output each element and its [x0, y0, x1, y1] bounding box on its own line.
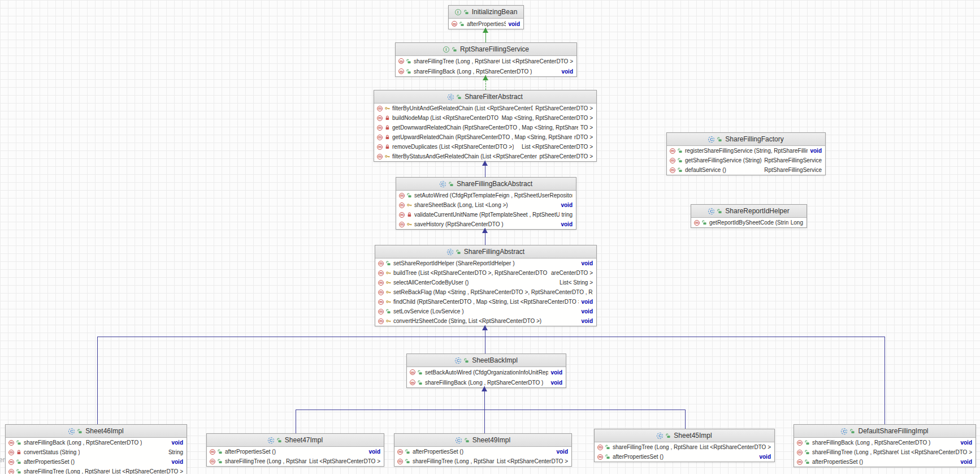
class-header[interactable]: CSheet47Impl [207, 434, 384, 447]
method-signature: setShareReportIdHelper (ShareReportIdHel… [393, 260, 515, 266]
method-row[interactable]: msetAutoWired (CfdgRptTemplateFeign , Rp… [396, 191, 576, 200]
method-row[interactable]: mvalidateCurrentUnitName (RptTemplateShe… [396, 210, 576, 219]
unlock-icon [678, 167, 683, 173]
method-row[interactable]: mshareFillingTree (Long , RptShareCenter… [6, 467, 187, 474]
class-icon: C [440, 181, 446, 187]
method-return-type: void [581, 299, 593, 305]
class-header[interactable]: CShareFillingAbstract [375, 245, 596, 258]
lock-icon [385, 125, 390, 130]
method-row[interactable]: msetShareReportIdHelper (ShareReportIdHe… [375, 258, 596, 268]
class-header[interactable]: CShareFillingBackAbstract [396, 178, 576, 191]
class-node-rptsharefillingservice[interactable]: IRptShareFillingServicemshareFillingTree… [395, 42, 577, 77]
method-row[interactable]: mfindChild (RptShareCenterDTO , Map <Str… [375, 297, 596, 307]
method-row[interactable]: mshareFillingBack (Long , RptShareCenter… [794, 438, 975, 447]
method-return-type: List <RptShareCenterDTO > [112, 468, 183, 474]
method-row[interactable]: mshareSheetBack (Long, List <Long >)void [396, 200, 576, 210]
unlock-icon [449, 182, 454, 187]
method-signature: afterPropertiesSet () [24, 459, 75, 465]
class-node-sheet46impl[interactable]: CSheet46ImplmshareFillingBack (Long , Rp… [5, 424, 187, 474]
class-header[interactable]: CSheet46Impl [6, 425, 187, 438]
method-row[interactable]: mafterPropertiesSet ()void [794, 457, 975, 467]
method-signature: setLovService (LovService ) [393, 308, 464, 314]
method-row[interactable]: mbuildTree (List <RptShareCenterDTO >, R… [375, 268, 596, 278]
unlock-icon [666, 433, 671, 438]
class-header[interactable]: CShareReportIdHelper [691, 205, 806, 218]
method-row[interactable]: mfilterByStatusAndGetRelatedChain (List … [374, 152, 596, 161]
method-row[interactable]: mafterPropertiesSet ()void [394, 447, 571, 456]
method-signature: getUpwardRelatedChain (RptShareCenterDTO… [392, 134, 572, 140]
method-row[interactable]: msetLovService (LovService )void [375, 307, 596, 316]
lock-icon [385, 135, 390, 140]
class-icon: C [455, 357, 461, 364]
class-node-sheetbackimpl[interactable]: CSheetBackImplmsetBackAutoWired (CfdgOrg… [406, 354, 566, 388]
method-return-type: List< String > [560, 279, 593, 286]
method-row[interactable]: mgetUpwardRelatedChain (RptShareCenterDT… [374, 132, 596, 142]
class-node-sharefillingfactory[interactable]: CShareFillingFactorymregisterShareFillin… [666, 132, 826, 175]
method-row[interactable]: mconvertStatus (String )String [6, 447, 187, 457]
method-row[interactable]: msetBackAutoWired (CfdgOrganizationInfoU… [407, 367, 566, 377]
method-row[interactable]: mgetDownwardRelatedChain (RptShareCenter… [374, 123, 596, 132]
method-icon: m [410, 369, 415, 375]
method-row[interactable]: mshareFillingTree (Long , RptShareCenter… [207, 456, 384, 466]
class-node-sharefilterabstract[interactable]: CShareFilterAbstractmfilterByUnitAndGetR… [374, 90, 597, 162]
class-node-sharereportidhelper[interactable]: CShareReportIdHelpermgetReportIdBySheetC… [691, 204, 807, 228]
method-row[interactable]: mfilterByUnitAndGetRelatedChain (List <R… [374, 104, 596, 113]
class-title: DefaultShareFillingImpl [858, 427, 928, 435]
class-title: ShareFillingBackAbstract [457, 180, 532, 188]
method-row[interactable]: mafterPropertiesSet ()void [595, 452, 774, 462]
class-header[interactable]: IRptShareFillingService [396, 43, 576, 56]
method-row[interactable]: mdefaultService ()RptShareFillingService [667, 165, 825, 175]
method-signature: convertStatus (String ) [24, 449, 80, 455]
class-node-sheet45impl[interactable]: CSheet45ImplmshareFillingTree (Long , Rp… [594, 429, 775, 462]
interface-icon: I [443, 46, 449, 53]
class-node-sheet47impl[interactable]: CSheet47ImplmafterPropertiesSet ()voidms… [206, 433, 384, 467]
unlock-icon [418, 380, 423, 385]
class-members: msetBackAutoWired (CfdgOrganizationInfoU… [407, 367, 566, 387]
inheritance-arrowhead-icon [482, 325, 488, 330]
class-node-sheet49impl[interactable]: CSheet49ImplmafterPropertiesSet ()voidms… [394, 433, 572, 467]
unlock-icon [717, 209, 722, 214]
key-icon [407, 222, 412, 227]
class-header[interactable]: CSheet45Impl [595, 429, 774, 442]
method-return-type: ptShareCenterDTO > [539, 153, 593, 160]
method-row[interactable]: mremoveDuplicates (List <RptShareCenterD… [374, 142, 596, 152]
class-header[interactable]: CShareFillingFactory [667, 133, 825, 146]
method-row[interactable]: mregisterShareFillingService (String, Rp… [667, 146, 825, 156]
unlock-icon [16, 440, 21, 445]
method-row[interactable]: mafterPropertiesSet ()void [6, 457, 187, 467]
unlock-icon [459, 21, 465, 27]
class-header[interactable]: CDefaultShareFillingImpl [794, 425, 975, 438]
class-title: RptShareFillingService [460, 45, 529, 53]
extends-edge [97, 337, 885, 337]
key-icon [386, 270, 391, 275]
method-row[interactable]: mbuildNodeMap (List <RptShareCenterDTO >… [374, 113, 596, 123]
method-row[interactable]: mshareFillingTree (Long , RptShareCenter… [396, 56, 576, 66]
class-header[interactable]: CShareFilterAbstract [374, 91, 596, 104]
method-row[interactable]: msetReBackFlag (Map <String , RptShareCe… [375, 287, 596, 297]
class-node-defaultsharefillingimpl[interactable]: CDefaultShareFillingImplmshareFillingBac… [793, 424, 976, 467]
method-row[interactable]: mgetReportIdBySheetCode (String )Long [691, 218, 806, 227]
method-signature: shareFillingTree (Long , RptShareCenterD… [812, 449, 899, 455]
method-row[interactable]: mshareFillingTree (Long , RptShareCenter… [794, 447, 975, 457]
method-row[interactable]: mselectAllCenterCodeByUser ()List< Strin… [375, 278, 596, 287]
method-row[interactable]: mgetShareFillingService (String)RptShare… [667, 156, 825, 165]
class-node-initializingbean[interactable]: IInitializingBeanmafterPropertiesSet ()v… [448, 5, 524, 29]
method-row[interactable]: mshareFillingTree (Long , RptShareCenter… [394, 456, 571, 466]
unlock-icon [464, 358, 469, 363]
class-node-sharefillingbackabstract[interactable]: CShareFillingBackAbstractmsetAutoWired (… [396, 177, 576, 230]
method-row[interactable]: mshareFillingTree (Long , RptShareCenter… [595, 442, 774, 452]
class-node-sharefillingabstract[interactable]: CShareFillingAbstractmsetShareReportIdHe… [375, 245, 597, 326]
diagram-canvas: ver IInitializingBeanmafterPropertiesSet… [0, 0, 980, 474]
class-members: mshareFillingTree (Long , RptShareCenter… [396, 56, 576, 76]
unlock-icon [805, 450, 810, 455]
method-row[interactable]: mconvertHzSheetCode (String, List <RptSh… [375, 316, 596, 326]
method-signature: shareFillingBack (Long , RptShareCenterD… [414, 68, 532, 75]
class-header[interactable]: CSheet49Impl [394, 434, 571, 447]
class-header[interactable]: IInitializingBean [449, 6, 523, 19]
method-row[interactable]: mafterPropertiesSet ()void [207, 447, 384, 456]
method-row[interactable]: mshareFillingBack (Long , RptShareCenter… [6, 438, 187, 447]
unlock-icon [418, 370, 423, 375]
class-header[interactable]: CSheetBackImpl [407, 354, 566, 367]
key-icon [386, 290, 391, 295]
class-icon: C [448, 94, 454, 100]
